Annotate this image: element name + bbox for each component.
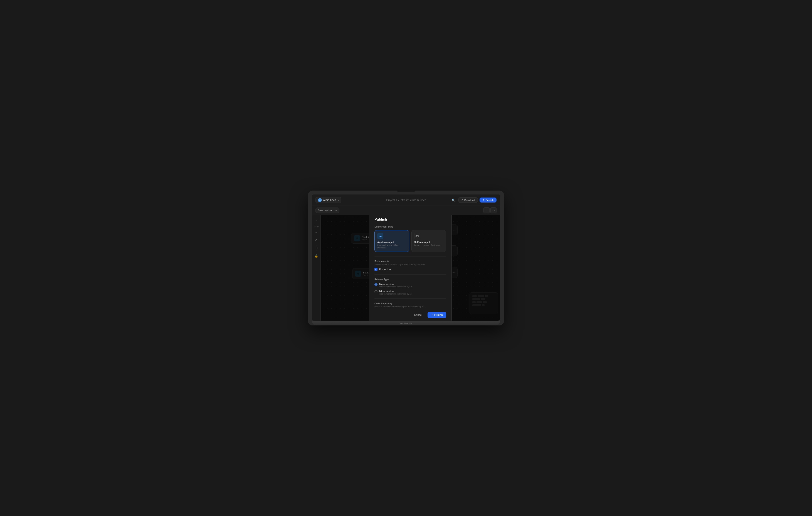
- self-managed-desc: Deploy onto your infrastructure: [414, 244, 443, 247]
- circle-tool-button[interactable]: ○: [484, 207, 490, 213]
- divider-2: [374, 274, 446, 275]
- appt-managed-desc: Easy deployment without overheads: [377, 244, 406, 249]
- code-repo-section: Code Repository Push the current release…: [374, 302, 446, 308]
- toolbar: Select option... ⌄ ○ ▭: [312, 206, 500, 215]
- dropdown-chevron-icon: ⌄: [335, 209, 337, 212]
- header-actions: 🔍 ↗ Download ✦ Publish: [451, 197, 496, 203]
- minor-version-radio[interactable]: [374, 290, 377, 293]
- sidebar-tools: － 100% ＋ ↺ ⛶ 🔒: [312, 215, 321, 321]
- zoom-in-button[interactable]: ＋: [313, 229, 319, 235]
- environments-label: Environments: [374, 260, 446, 263]
- breadcrumb-page: Infrastructure builder: [400, 198, 426, 202]
- breadcrumb-project: Project 1: [386, 198, 397, 202]
- major-version-radio[interactable]: [374, 283, 377, 286]
- zoom-out-button[interactable]: －: [313, 218, 319, 224]
- publish-modal-button[interactable]: ✦ Publish: [428, 312, 446, 318]
- appt-managed-option[interactable]: ☁ Appt-managed Easy deployment without o…: [374, 230, 409, 252]
- code-repo-sub: Push the current release code to your br…: [374, 306, 446, 308]
- radio-inner: [375, 284, 377, 285]
- modal-title: Publish: [374, 218, 446, 222]
- zoom-value: 100%: [314, 225, 319, 228]
- deployment-type-label: Deployment Type: [374, 225, 446, 228]
- rect-tool-button[interactable]: ▭: [490, 207, 496, 213]
- header: A Alicia Koch ⌄ Project 1 / Infrastructu…: [312, 195, 500, 206]
- minor-version-row[interactable]: Minor version version number will be bum…: [374, 290, 446, 295]
- release-type-label: Release Type: [374, 278, 446, 281]
- breadcrumb: Project 1 / Infrastructure builder: [386, 198, 426, 202]
- cloud-icon: ☁: [377, 233, 383, 239]
- code-icon: </>: [414, 233, 420, 239]
- production-checkbox-row[interactable]: ✓ Production: [374, 268, 446, 271]
- select-option-label: Select option...: [318, 209, 334, 212]
- publish-header-icon: ✦: [483, 199, 485, 201]
- environments-sub: Select on what environments you want to …: [374, 263, 446, 266]
- deployment-options: ☁ Appt-managed Easy deployment without o…: [374, 230, 446, 252]
- production-label: Production: [379, 268, 391, 270]
- major-version-text: Major version version number will be bum…: [379, 283, 446, 288]
- modal-overlay: Publish Deployment Type ☁ Appt-managed E…: [321, 215, 500, 321]
- minor-version-label: Minor version: [379, 290, 446, 293]
- self-managed-name: Self-managed: [414, 241, 443, 243]
- major-version-label: Major version: [379, 283, 446, 285]
- fullscreen-button[interactable]: ⛶: [313, 245, 319, 251]
- publish-header-button[interactable]: ✦ Publish: [480, 198, 496, 203]
- appt-managed-name: Appt-managed: [377, 241, 406, 243]
- toolbar-right: ○ ▭: [484, 207, 496, 213]
- publish-modal: Publish Deployment Type ☁ Appt-managed E…: [369, 215, 452, 321]
- self-managed-option[interactable]: </> Self-managed Deploy onto your infras…: [411, 230, 446, 252]
- modal-footer: Cancel ✦ Publish: [374, 312, 446, 318]
- minor-version-desc: version number will be bumped by 1.x: [379, 293, 446, 295]
- code-repo-label: Code Repository: [374, 302, 446, 305]
- cancel-button[interactable]: Cancel: [411, 312, 425, 318]
- download-button[interactable]: ↗ Download: [459, 197, 478, 203]
- release-type-section: Release Type Major version version numbe…: [374, 278, 446, 295]
- canvas: － 100% ＋ ↺ ⛶ 🔒: [312, 215, 500, 321]
- search-button[interactable]: 🔍: [451, 197, 457, 203]
- environments-section: Environments Select on what environments…: [374, 260, 446, 271]
- user-menu[interactable]: A Alicia Koch ⌄: [316, 197, 341, 203]
- user-avatar: A: [318, 198, 322, 202]
- laptop-label: MacBook Pro: [400, 322, 412, 324]
- user-chevron-icon: ⌄: [337, 199, 339, 201]
- divider-3: [374, 298, 446, 299]
- major-version-desc: version number will be bumped by x.1: [379, 286, 446, 288]
- user-name: Alicia Koch: [323, 199, 336, 202]
- minor-version-text: Minor version version number will be bum…: [379, 290, 446, 295]
- lock-button[interactable]: 🔒: [313, 253, 319, 259]
- major-version-row[interactable]: Major version version number will be bum…: [374, 283, 446, 288]
- download-icon: ↗: [461, 199, 463, 201]
- select-option-dropdown[interactable]: Select option... ⌄: [316, 207, 340, 213]
- history-button[interactable]: ↺: [313, 237, 319, 243]
- canvas-area[interactable]: ⚛ Stark Web app React ⋯ ⚛ Stark Mobile a…: [321, 215, 500, 321]
- production-checkbox[interactable]: ✓: [374, 268, 377, 271]
- publish-modal-icon: ✦: [431, 313, 433, 317]
